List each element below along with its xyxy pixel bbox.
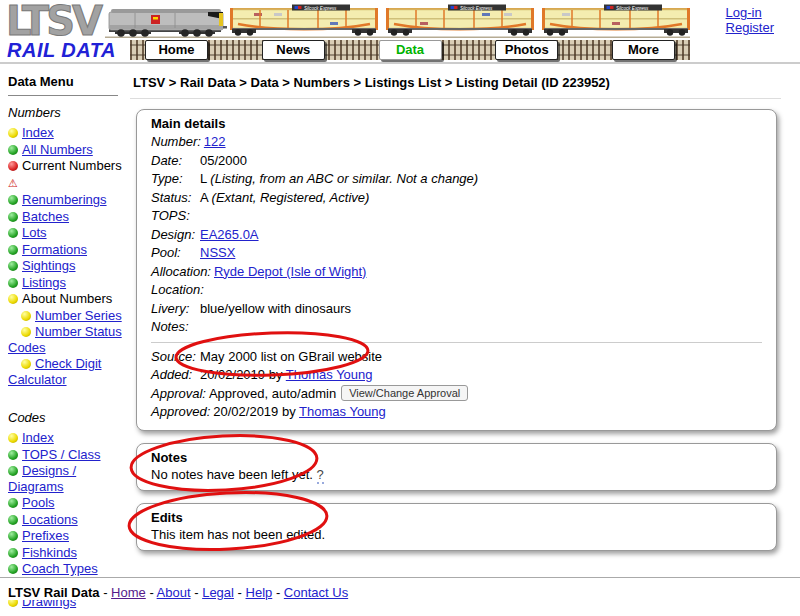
detail-link-ryde-depot-isle-of-wight[interactable]: Ryde Depot (Isle of Wight) (214, 264, 366, 279)
green-ball-icon (8, 212, 18, 222)
sidebar-label-pools[interactable]: Pools (22, 495, 55, 510)
detail-value: NSSX (200, 244, 235, 263)
register-link[interactable]: Register (726, 20, 774, 35)
breadcrumb: LTSV > Rail Data > Data > Numbers > List… (133, 75, 785, 90)
detail-link-thomas-young[interactable]: Thomas Young (286, 367, 373, 382)
sidebar-item-about-numbers: About Numbers (8, 291, 124, 307)
detail-label: Location: (151, 281, 204, 300)
sidebar-section-heading: Codes (8, 410, 124, 425)
detail-label: Approved: (151, 403, 210, 422)
wagon-brand-text: Silcock Express (460, 6, 493, 11)
green-ball-icon (8, 228, 18, 238)
detail-text: A (200, 190, 212, 205)
detail-value: Approved, auto/adminView/Change Approval (209, 385, 468, 404)
sidebar-label-sightings[interactable]: Sightings (22, 258, 75, 273)
detail-label: Source: (151, 348, 197, 367)
site-header: LTSV RAIL DATA (0, 0, 800, 64)
detail-row-livery: Livery:blue/yellow with dinosaurs (151, 300, 762, 319)
red-ball-icon (8, 161, 18, 171)
sidebar-label-index[interactable]: Index (22, 125, 54, 140)
sidebar-section-heading: Numbers (8, 105, 124, 120)
login-link[interactable]: Log-in (726, 5, 774, 20)
help-tooltip-icon[interactable]: ? (317, 467, 324, 484)
warning-icon: ⚠ (8, 177, 18, 189)
detail-link-thomas-young[interactable]: Thomas Young (299, 404, 386, 419)
nav-tab-photos[interactable]: Photos (495, 40, 558, 60)
footer-link-contact-us[interactable]: Contact Us (284, 585, 348, 600)
detail-row-location: Location: (151, 281, 762, 300)
detail-value: May 2000 list on GBrail website (200, 348, 382, 367)
green-ball-icon (8, 145, 18, 155)
sidebar-title: Data Menu (8, 74, 124, 89)
sidebar-item-all-numbers: All Numbers (8, 142, 124, 158)
detail-link-ea265-0a[interactable]: EA265.0A (200, 227, 259, 242)
detail-row-notes: Notes: (151, 318, 762, 337)
sidebar-label-all-numbers[interactable]: All Numbers (22, 142, 93, 157)
detail-link-nssx[interactable]: NSSX (200, 245, 235, 260)
sidebar-label-listings[interactable]: Listings (22, 275, 66, 290)
detail-value: 20/02/2019 by Thomas Young (200, 366, 373, 385)
detail-label: Notes: (151, 318, 197, 337)
detail-label: Pool: (151, 244, 197, 263)
detail-value: A (Extant, Registered, Active) (200, 189, 369, 208)
sidebar-label-lots[interactable]: Lots (22, 225, 47, 240)
footer-link-about[interactable]: About (157, 585, 191, 600)
green-ball-icon (8, 261, 18, 271)
nav-tab-more[interactable]: More (612, 40, 675, 60)
sidebar-label-index[interactable]: Index (22, 430, 54, 445)
sidebar-label-renumberings[interactable]: Renumberings (22, 192, 107, 207)
sidebar-sections: NumbersIndexAll NumbersCurrent Numbers⚠R… (8, 105, 124, 610)
main-details-panel: Main details Number:122Date:05/2000Type:… (136, 109, 777, 431)
green-ball-icon (8, 245, 18, 255)
data-menu-sidebar: Data Menu NumbersIndexAll NumbersCurrent… (0, 66, 128, 611)
sidebar-label-number-series[interactable]: Number Series (35, 308, 122, 323)
sidebar-item-fishkinds: Fishkinds (8, 545, 124, 561)
footer-link-help[interactable]: Help (246, 585, 273, 600)
wagon-graphic-3: Silcock Express (542, 5, 690, 36)
detail-label: Status: (151, 189, 197, 208)
sidebar-label-tops-class[interactable]: TOPS / Class (22, 447, 101, 462)
sidebar-label-designs-diagrams[interactable]: Designs / Diagrams (8, 463, 76, 494)
sidebar-label-fishkinds[interactable]: Fishkinds (22, 545, 77, 560)
sidebar-item-batches: Batches (8, 209, 124, 225)
detail-value: 122 (204, 133, 226, 152)
sidebar-label-prefixes[interactable]: Prefixes (22, 528, 69, 543)
sidebar-item-check-digit-calculator: Check Digit Calculator (8, 356, 124, 387)
nav-tab-news[interactable]: News (262, 40, 325, 60)
wagon-graphic-1: Silcock Express (230, 5, 378, 36)
detail-row-allocation: Allocation:Ryde Depot (Isle of Wight) (151, 263, 762, 282)
main-content: LTSV > Rail Data > Data > Numbers > List… (130, 66, 785, 563)
sidebar-item-renumberings: Renumberings (8, 192, 124, 208)
detail-value: Ryde Depot (Isle of Wight) (214, 263, 366, 282)
detail-value: 20/02/2019 by Thomas Young (213, 403, 386, 422)
sidebar-item-listings: Listings (8, 275, 124, 291)
detail-text: (Listing, from an ABC or similar. Not a … (210, 171, 478, 186)
yellow-ball-icon (8, 294, 18, 304)
detail-text: (Extant, Registered, Active) (212, 190, 370, 205)
detail-label: Approval: (151, 385, 206, 404)
detail-row-design: Design:EA265.0A (151, 226, 762, 245)
sidebar-label-formations[interactable]: Formations (22, 242, 87, 257)
view-change-approval-button[interactable]: View/Change Approval (341, 385, 468, 401)
green-ball-icon (8, 278, 18, 288)
detail-value: 05/2000 (200, 152, 247, 171)
sidebar-label-coach-types[interactable]: Coach Types (22, 561, 98, 576)
notes-panel: Notes No notes have been left yet. ? (136, 443, 777, 491)
nav-tab-data[interactable]: Data (379, 40, 442, 60)
detail-link-122[interactable]: 122 (204, 134, 226, 149)
footer-link-legal[interactable]: Legal (202, 585, 234, 600)
wagon-brand-text: Silcock Express (616, 6, 649, 11)
footer-link-home[interactable]: Home (111, 585, 146, 600)
notes-text: No notes have been left yet. ? (151, 467, 762, 482)
detail-row-approval: Approval:Approved, auto/adminView/Change… (151, 385, 762, 404)
sidebar-label-batches[interactable]: Batches (22, 209, 69, 224)
green-ball-icon (8, 548, 18, 558)
sidebar-label-locations[interactable]: Locations (22, 512, 78, 527)
green-ball-icon (8, 195, 18, 205)
detail-text: blue/yellow with dinosaurs (200, 301, 351, 316)
detail-label: Date: (151, 152, 197, 171)
nav-tab-home[interactable]: Home (145, 40, 208, 60)
detail-row-number: Number:122 (151, 133, 762, 152)
sidebar-item-number-series: Number Series (8, 308, 124, 324)
footer-links: - Home - About - Legal - Help - Contact … (100, 585, 349, 600)
